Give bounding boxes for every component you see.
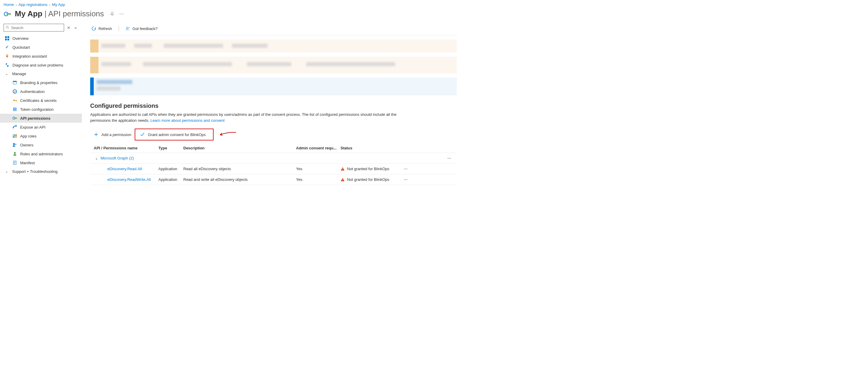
col-header-status[interactable]: Status: [341, 146, 400, 150]
search-icon: [6, 26, 9, 30]
sidebar-label: Owners: [20, 143, 33, 147]
sidebar-section-manage[interactable]: ⌄ Manage: [0, 69, 82, 78]
refresh-button[interactable]: Refresh: [90, 26, 113, 31]
sidebar-label: Authentication: [20, 89, 44, 94]
learn-more-link[interactable]: Learn more about permissions and consent: [150, 118, 224, 123]
group-link[interactable]: Microsoft Graph (2): [100, 156, 134, 161]
grant-consent-label: Grant admin consent for BlinkOps: [148, 133, 206, 137]
table-group-row[interactable]: ⌄ Microsoft Graph (2) ⋯: [90, 153, 457, 164]
svg-rect-9: [13, 81, 17, 82]
admins-icon: [12, 151, 17, 156]
collapse-icon[interactable]: «: [73, 25, 78, 30]
svg-rect-14: [16, 108, 16, 111]
sidebar-item-owners[interactable]: Owners: [0, 141, 82, 149]
sidebar-item-authentication[interactable]: Authentication: [0, 87, 82, 96]
breadcrumb-app-registrations[interactable]: App registrations: [19, 2, 48, 7]
svg-point-2: [6, 26, 8, 28]
pin-icon[interactable]: [110, 11, 115, 16]
rocket-icon: [5, 54, 9, 58]
sidebar-item-diagnose[interactable]: Diagnose and solve problems: [0, 61, 82, 69]
sidebar-section-label: Manage: [12, 71, 26, 76]
search-input-wrapper[interactable]: [4, 24, 64, 31]
more-icon[interactable]: ⋯: [119, 11, 124, 17]
sidebar-item-token[interactable]: Token configuration: [0, 105, 82, 114]
chevron-down-icon: ⌄: [5, 170, 8, 173]
col-header-admin[interactable]: Admin consent requ...: [296, 146, 341, 150]
api-perm-icon: [12, 116, 17, 121]
svg-rect-17: [13, 135, 14, 136]
permission-admin: Yes: [296, 177, 341, 182]
svg-rect-6: [7, 38, 9, 40]
permission-status: Not granted for BlinkOps: [341, 177, 400, 182]
svg-rect-22: [16, 136, 17, 138]
sidebar-item-app-roles[interactable]: App roles: [0, 132, 82, 141]
sidebar-item-manifest[interactable]: Manifest: [0, 158, 82, 167]
sidebar-item-certificates[interactable]: Certificates & secrets: [0, 96, 82, 105]
sidebar-label: API permissions: [20, 116, 51, 121]
annotation-arrow: [219, 131, 237, 138]
svg-rect-3: [5, 36, 7, 38]
sidebar-item-expose[interactable]: Expose an API: [0, 123, 82, 132]
page-title: | API permissions: [44, 9, 104, 19]
info-banner-3: [90, 78, 457, 95]
svg-point-1: [9, 13, 11, 15]
sidebar-label: Overview: [12, 36, 29, 41]
more-icon[interactable]: ⋯: [400, 177, 412, 182]
close-icon[interactable]: ✕: [66, 25, 71, 30]
breadcrumb-my-app[interactable]: My App: [52, 2, 65, 7]
permission-status: Not granted for BlinkOps: [341, 167, 400, 171]
sidebar-item-quickstart[interactable]: Quickstart: [0, 43, 82, 52]
check-icon: [140, 132, 145, 137]
more-icon[interactable]: ⋯: [445, 156, 457, 161]
expose-icon: [12, 125, 17, 130]
sidebar-section-support[interactable]: ⌄ Support + Troubleshooting: [0, 167, 82, 176]
feedback-button[interactable]: Got feedback?: [124, 26, 159, 31]
add-permission-button[interactable]: Add a permission: [90, 131, 135, 139]
key-icon: [12, 98, 17, 103]
svg-rect-19: [16, 135, 17, 136]
chevron-down-icon: ⌄: [90, 156, 98, 161]
annotation-highlight: Grant admin consent for BlinkOps: [135, 128, 213, 141]
more-icon[interactable]: ⋯: [400, 167, 412, 171]
svg-rect-18: [14, 135, 16, 136]
branding-icon: [12, 80, 17, 85]
svg-rect-13: [14, 108, 15, 111]
info-banner-1: [90, 39, 457, 53]
sidebar-label: App roles: [20, 134, 36, 138]
sidebar-label: Integration assistant: [12, 54, 47, 58]
sidebar-label: Expose an API: [20, 125, 45, 130]
sidebar-item-roles-admins[interactable]: Roles and administrators: [0, 149, 82, 158]
sidebar-label: Certificates & secrets: [20, 98, 57, 103]
owners-icon: [12, 143, 17, 147]
svg-point-23: [13, 143, 15, 145]
svg-point-27: [126, 27, 128, 29]
sidebar-item-branding[interactable]: Branding & properties: [0, 78, 82, 87]
overview-icon: [5, 36, 9, 41]
refresh-label: Refresh: [98, 26, 112, 31]
col-header-description[interactable]: Description: [183, 146, 296, 150]
col-header-type[interactable]: Type: [158, 146, 183, 150]
roles-icon: [12, 134, 17, 138]
breadcrumb-home[interactable]: Home: [4, 2, 14, 7]
sidebar-label: Manifest: [20, 161, 35, 165]
breadcrumb: Home › App registrations › My App: [0, 0, 457, 8]
permission-name-link[interactable]: eDiscovery.ReadWrite.All: [107, 177, 151, 182]
sidebar-item-integration[interactable]: Integration assistant: [0, 52, 82, 61]
warning-icon: [341, 178, 345, 182]
sidebar-label: Token configuration: [20, 107, 54, 112]
section-description: Applications are authorized to call APIs…: [90, 112, 410, 123]
toolbar: Refresh Got feedback?: [90, 24, 457, 35]
permission-name-link[interactable]: eDiscovery.Read.All: [107, 167, 142, 171]
col-header-name[interactable]: API / Permissions name: [90, 146, 158, 150]
quickstart-icon: [5, 45, 9, 50]
grant-consent-button[interactable]: Grant admin consent for BlinkOps: [136, 131, 209, 139]
sidebar-item-overview[interactable]: Overview: [0, 34, 82, 43]
sidebar-item-api-permissions[interactable]: API permissions: [0, 114, 82, 123]
feedback-icon: [125, 26, 130, 31]
table-row: eDiscovery.Read.All Application Read all…: [90, 164, 457, 174]
search-input[interactable]: [11, 26, 62, 30]
sidebar-label: Branding & properties: [20, 81, 58, 85]
svg-rect-5: [5, 38, 7, 40]
svg-rect-4: [7, 36, 9, 38]
svg-point-11: [13, 99, 15, 101]
